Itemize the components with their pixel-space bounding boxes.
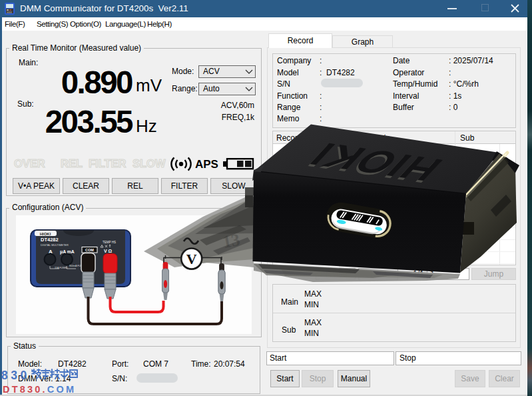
svg-text:830: 830 — [1, 369, 30, 382]
svg-text:DT4282: DT4282 — [41, 237, 59, 243]
svg-text:V: V — [186, 251, 197, 267]
svg-text:TEMP HS: TEMP HS — [103, 241, 116, 244]
svg-text:DIGITAL MULTIMETER: DIGITAL MULTIMETER — [41, 243, 69, 247]
svg-text:COM: COM — [85, 248, 94, 252]
svg-text:V Ω: V Ω — [104, 249, 113, 253]
svg-text:15A FUSED: 15A FUSED — [55, 267, 68, 269]
svg-text:HIOKI: HIOKI — [40, 232, 51, 236]
svg-text:DT830.COM: DT830.COM — [3, 384, 76, 395]
